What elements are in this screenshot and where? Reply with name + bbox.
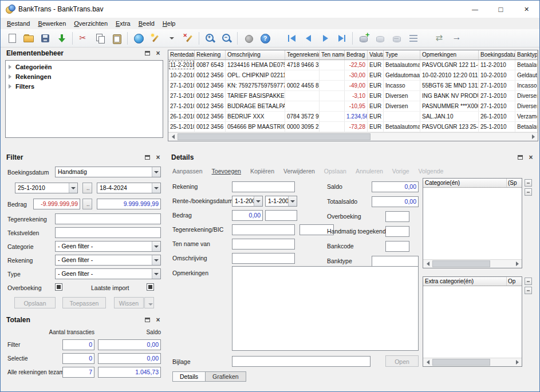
tegenrekening-detail-input[interactable] bbox=[232, 224, 295, 235]
extra-categories-tool-button[interactable] bbox=[525, 287, 532, 294]
scrollbar-thumb[interactable] bbox=[178, 133, 370, 140]
open-file-button[interactable] bbox=[21, 31, 36, 46]
date-range-button[interactable]: .. bbox=[82, 183, 92, 193]
nav-prev-button[interactable] bbox=[301, 31, 316, 46]
categories-button[interactable] bbox=[131, 31, 146, 46]
nav-first-button[interactable] bbox=[284, 31, 299, 46]
scrollbar-track[interactable] bbox=[432, 358, 513, 366]
expander-icon[interactable] bbox=[9, 65, 15, 69]
column-header-omschrijving[interactable]: Omschrijving bbox=[226, 50, 285, 60]
column-header-tegenrekening[interactable]: Tegenrekening bbox=[285, 50, 320, 60]
bedrag-max-input[interactable]: 9.999.999,99 bbox=[97, 199, 161, 209]
ten-name-van-input[interactable] bbox=[232, 239, 295, 250]
extra-categories-scrollbar[interactable] bbox=[423, 358, 522, 366]
chevron-down-icon[interactable] bbox=[254, 196, 262, 206]
opslaan-button[interactable]: Opslaan bbox=[14, 297, 56, 308]
scroll-right-icon[interactable] bbox=[513, 260, 522, 268]
rekening-input[interactable] bbox=[232, 181, 295, 192]
menu-item-overzichten[interactable]: Overzichten bbox=[70, 19, 112, 28]
tab-grafieken[interactable]: Grafieken bbox=[206, 371, 246, 382]
omschrijving-input[interactable] bbox=[232, 253, 295, 264]
undock-icon[interactable] bbox=[143, 153, 151, 161]
tekstvelden-input[interactable] bbox=[55, 227, 161, 238]
wand-clear-button[interactable] bbox=[180, 31, 196, 46]
paste-button[interactable] bbox=[109, 31, 124, 46]
opmerkingen-textarea[interactable] bbox=[232, 266, 419, 351]
close-icon[interactable]: × bbox=[154, 49, 162, 57]
menu-item-help[interactable]: Help bbox=[159, 19, 180, 28]
boekingsdatum-detail-select[interactable]: 1-1-2000 bbox=[265, 196, 297, 207]
table-row[interactable]: 11-2-20100087 6543 211234416 HEMA DE075 … bbox=[168, 60, 538, 70]
tab-details[interactable]: Details bbox=[172, 371, 206, 382]
chevron-down-icon[interactable] bbox=[152, 241, 160, 251]
import-button[interactable] bbox=[54, 31, 69, 46]
toepassen-button[interactable]: Toepassen bbox=[62, 297, 106, 308]
caret-button[interactable] bbox=[164, 31, 179, 46]
overboeking-detail-input[interactable] bbox=[385, 211, 409, 222]
record-button[interactable] bbox=[241, 31, 256, 46]
scroll-right-icon[interactable] bbox=[529, 133, 538, 141]
bedrag-detail-input[interactable]: 0,00 bbox=[232, 210, 263, 221]
close-button[interactable]: ✕ bbox=[514, 1, 539, 18]
type-filter-select[interactable]: - Geen filter - bbox=[55, 268, 161, 279]
cut-button[interactable] bbox=[76, 31, 91, 46]
scrollbar-track[interactable] bbox=[432, 260, 513, 268]
chevron-down-icon[interactable] bbox=[152, 269, 160, 279]
categories-tool-button[interactable] bbox=[525, 179, 532, 187]
close-icon[interactable]: × bbox=[154, 316, 162, 324]
copy-button[interactable] bbox=[92, 31, 108, 46]
rekening-filter-select[interactable]: - Geen filter - bbox=[55, 255, 161, 266]
scroll-left-icon[interactable] bbox=[423, 260, 432, 268]
boekingsdatum-select[interactable]: Handmatig bbox=[55, 167, 161, 177]
minimize-button[interactable]: — bbox=[462, 1, 488, 18]
scrollbar-thumb[interactable] bbox=[432, 260, 490, 267]
table-row[interactable]: 10-2-20100012 3456 78OPL. CHIPKNIP 02211… bbox=[168, 70, 538, 81]
rentedatum-select[interactable]: 1-1-200 bbox=[232, 196, 263, 207]
zoom-out-button[interactable] bbox=[219, 31, 234, 46]
menu-item-beeld[interactable]: Beeld bbox=[135, 19, 159, 28]
laatste-import-checkbox[interactable] bbox=[147, 283, 154, 291]
wand-button[interactable] bbox=[147, 31, 163, 46]
maximize-button[interactable]: □ bbox=[488, 1, 514, 18]
overboeking-checkbox[interactable] bbox=[55, 283, 62, 291]
handmatig-toegekend-input[interactable] bbox=[385, 226, 409, 237]
extra-categories-list[interactable] bbox=[423, 286, 522, 358]
chevron-down-icon[interactable] bbox=[152, 183, 160, 193]
grid-horizontal-scrollbar[interactable] bbox=[168, 132, 538, 141]
action-kopieren[interactable]: Kopiëren bbox=[250, 168, 274, 175]
column-header-valuta[interactable]: Valuta bbox=[368, 50, 384, 60]
totaalsaldo-input[interactable]: 0,00 bbox=[372, 196, 419, 207]
undock-icon[interactable] bbox=[516, 153, 524, 161]
db-filter-button[interactable] bbox=[405, 31, 421, 46]
bedrag-min-input[interactable]: -9.999.999,99 bbox=[33, 199, 80, 209]
nav-last-button[interactable] bbox=[334, 31, 349, 46]
date-from-select[interactable]: 25-1-2010 bbox=[15, 183, 78, 193]
tegenrekening-input[interactable] bbox=[55, 213, 161, 224]
menu-item-bewerken[interactable]: Bewerken bbox=[34, 19, 70, 28]
table-row[interactable]: 27-1-20100012 3456 78TARIEF BASISPAKKET … bbox=[168, 91, 538, 101]
column-header-banktype[interactable]: Banktype bbox=[515, 50, 538, 60]
bedrag-extra-input[interactable] bbox=[265, 210, 297, 221]
expander-icon[interactable] bbox=[9, 84, 15, 89]
scrollbar-thumb[interactable] bbox=[432, 359, 490, 366]
scroll-left-icon[interactable] bbox=[168, 133, 178, 141]
nav-next-button[interactable] bbox=[317, 31, 333, 46]
save-file-button[interactable] bbox=[37, 31, 53, 46]
chevron-down-icon[interactable] bbox=[152, 167, 160, 177]
expander-icon[interactable] bbox=[9, 74, 15, 79]
zoom-in-button[interactable] bbox=[202, 31, 218, 46]
scroll-right-icon[interactable] bbox=[513, 358, 522, 366]
extra-categories-tool-button[interactable] bbox=[525, 278, 532, 285]
chevron-down-icon[interactable] bbox=[288, 196, 297, 206]
wissen-dropdown-button[interactable] bbox=[144, 297, 154, 308]
column-header-tennamevan[interactable]: Ten name van bbox=[320, 50, 345, 60]
add-record-button[interactable] bbox=[356, 31, 371, 46]
menu-item-extra[interactable]: Extra bbox=[112, 19, 135, 28]
column-header-opmerkingen[interactable]: Opmerkingen bbox=[420, 50, 479, 60]
tree-item-categorieen[interactable]: Categorieën bbox=[6, 62, 163, 72]
undock-icon[interactable] bbox=[143, 316, 151, 324]
bijlage-input[interactable] bbox=[232, 356, 370, 367]
table-row[interactable]: 27-1-20100012 3456 78BIJDRAGE BETAALPAS … bbox=[168, 101, 538, 112]
wissen-button[interactable]: Wissen bbox=[114, 297, 144, 308]
column-header-rentedatum[interactable]: Rentedatum bbox=[168, 50, 195, 60]
